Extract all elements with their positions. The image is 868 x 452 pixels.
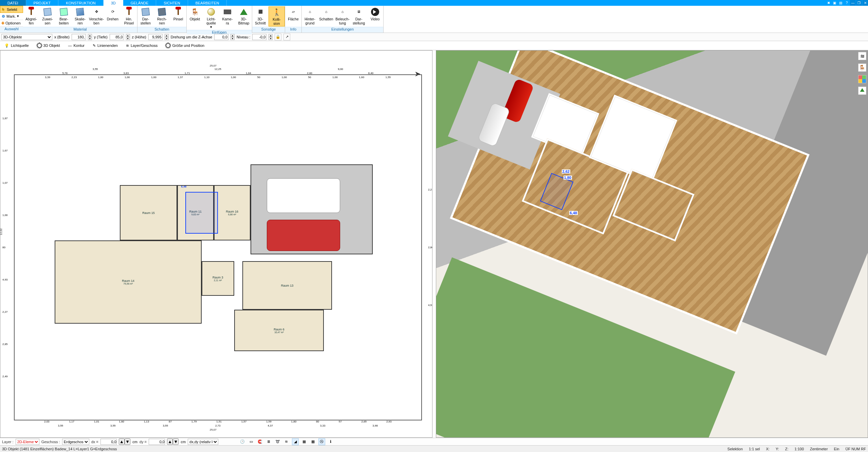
zuweisen-button[interactable]: Zuwei-sen (39, 6, 56, 26)
lichtquelle-tool[interactable]: 💡Lichtquelle (2, 42, 31, 49)
menu-tab-gelaende[interactable]: GELÄNDE (123, 0, 156, 6)
darstellen-button[interactable]: Dar-stellen (137, 6, 154, 26)
bearbeiten-button[interactable]: Bear-beiten (56, 6, 72, 26)
lichtquelle-button[interactable]: Licht-quelle▾ (203, 6, 219, 30)
rot-input[interactable] (214, 34, 228, 40)
chair-side-icon[interactable]: 🪑 (858, 64, 866, 72)
schatten-button[interactable]: ⌂Schatten (318, 6, 334, 22)
history-icon[interactable]: 🕒 (239, 438, 246, 445)
trowel-icon[interactable]: ◢ (292, 438, 299, 445)
tree-side-icon[interactable] (858, 87, 866, 95)
drehen-button[interactable]: ⟳Drehen (105, 6, 121, 22)
hatch-icon[interactable]: ▦ (301, 438, 308, 445)
select-button[interactable]: Selekt (0, 6, 23, 13)
3dbitmap-button[interactable]: 3D-Bitmap (236, 6, 252, 26)
niv-input[interactable] (252, 34, 266, 40)
verschieben-button[interactable]: ✥Verschie-ben (88, 6, 105, 26)
3dobjekt-tool[interactable]: 3D Objekt (35, 42, 62, 49)
dx-label: dx = (91, 440, 98, 444)
kamera-button[interactable]: Kame-ra (219, 6, 236, 26)
options-button[interactable]: ✚ Optionen (0, 20, 23, 27)
help-icon[interactable]: ? (844, 0, 850, 6)
object-type-select[interactable]: 3D-Objekte (1, 34, 52, 40)
rechnen-button[interactable]: Rech-nen (154, 6, 170, 26)
niv-spin[interactable]: ▲▼ (269, 34, 273, 40)
video-button[interactable]: Video (367, 6, 383, 22)
mark-button[interactable]: Mark.▾ (0, 13, 23, 20)
x-spin[interactable]: ▲▼ (88, 34, 92, 40)
info-icon[interactable]: ℹ (327, 438, 334, 445)
y-input[interactable] (110, 34, 124, 40)
z-input[interactable] (148, 34, 163, 40)
kollision-button[interactable]: 🚶Kolli-sion (269, 6, 285, 26)
dim-total-bot: 25,07 (210, 428, 217, 431)
room-raum-6: Raum 610,47 m² (234, 310, 324, 351)
dim: 3,98 (372, 424, 378, 427)
3d-view[interactable]: 2,62 1,80 6,48 ≋ 🪑 (436, 50, 868, 438)
dx-spin[interactable]: ▲▼ (119, 438, 130, 445)
group-title-material: Material (23, 27, 137, 33)
z-spin[interactable]: ▲▼ (165, 34, 169, 40)
linienenden-tool[interactable]: ✎Linienenden (90, 42, 120, 49)
menu-tab-projekt[interactable]: PROJEKT (26, 0, 59, 6)
menu-tab-datei[interactable]: DATEI (0, 0, 26, 6)
stack-icon[interactable]: ≣ (265, 438, 272, 445)
lasso-icon[interactable]: ➰ (274, 438, 281, 445)
compute-icon (158, 8, 166, 16)
menu-tab-bearbeiten[interactable]: BEARBEITEN (188, 0, 227, 6)
grid-icon[interactable]: ▩ (310, 438, 316, 445)
tool-row: 💡Lichtquelle 3D Objekt —Kontur ✎Linienen… (0, 41, 868, 50)
objekt-button[interactable]: 🪑Objekt (187, 6, 203, 22)
lock-icon[interactable]: 🔒 (275, 34, 281, 40)
toolbar-icon-1[interactable]: ✖ (826, 0, 831, 6)
layers-side-icon[interactable]: ≋ (858, 52, 866, 60)
layers-icon-b[interactable]: ≋ (283, 438, 290, 445)
darstellung-button[interactable]: 🖥Dar-stellung (351, 6, 367, 26)
sizepos-tool[interactable]: Größe und Position (163, 42, 207, 49)
pinsel-button[interactable]: Pinsel (170, 6, 186, 22)
rot-spin[interactable]: ▲▼ (230, 34, 235, 40)
select-rect-icon[interactable]: ▭ (248, 438, 255, 445)
popout-icon[interactable]: ↗ (283, 34, 290, 40)
beleuchtung-button[interactable]: ⌂Beleuch-tung (334, 6, 351, 26)
palette-side-icon[interactable] (858, 75, 866, 83)
3dschnitt-button[interactable]: ⬛3D-Schnitt (252, 6, 269, 26)
window-restore[interactable]: ❐ (856, 0, 862, 6)
group-title-sonstige: Sonstige (252, 27, 285, 33)
menu-tab-konstruktion[interactable]: KONSTRUKTION (58, 0, 103, 6)
flaeche-button[interactable]: ▱Fläche (285, 6, 301, 22)
bulb2-icon: 💡 (4, 43, 9, 48)
status-x: X: (766, 447, 770, 451)
north-icon[interactable]: Ⓝ (318, 438, 325, 445)
window-minimize[interactable]: — (850, 0, 856, 6)
window-close[interactable]: ✕ (862, 0, 868, 6)
splitter[interactable] (432, 50, 435, 438)
selection-2d[interactable] (185, 192, 218, 233)
hintergrund-button[interactable]: ⌂Hinter-grund (302, 6, 318, 26)
dim: 3,55 (163, 424, 168, 427)
layer-select[interactable]: 2D-Elemen (16, 439, 39, 445)
mode-select[interactable]: dx,dy (relativ ka (188, 439, 218, 445)
kontur-tool[interactable]: —Kontur (66, 42, 87, 49)
magnet-icon[interactable]: 🧲 (257, 438, 263, 445)
menu-tab-3d[interactable]: 3D (104, 0, 123, 6)
dy-spin[interactable]: ▲▼ (167, 438, 179, 445)
y-spin[interactable]: ▲▼ (126, 34, 130, 40)
hinpinsel-button[interactable]: Hin.Pinsel (121, 6, 137, 26)
toolbar-icon-3[interactable]: ▤ (838, 0, 844, 6)
dim: 3,33 (320, 424, 326, 427)
dim: 2,27 (2, 310, 8, 313)
menu-bar: DATEI PROJEKT KONSTRUKTION 3D GELÄNDE SI… (0, 0, 868, 6)
x-input[interactable] (72, 34, 86, 40)
menu-tab-sichten[interactable]: SICHTEN (156, 0, 188, 6)
dim: 12,25 (215, 68, 221, 71)
abgreifen-button[interactable]: Abgrei-fen (23, 6, 39, 26)
area-icon: ▱ (289, 7, 298, 17)
layergeschoss-tool[interactable]: ≋Layer/Geschoss (124, 42, 160, 49)
dy-input[interactable] (149, 439, 165, 445)
floor-select[interactable]: Erdgeschos (62, 439, 89, 445)
dx-input[interactable] (100, 439, 117, 445)
2d-view[interactable]: ➤ 25,07 3,5512,259,00 5,783,831,711,842,… (0, 50, 432, 438)
skalieren-button[interactable]: Skalie-ren (72, 6, 88, 26)
toolbar-icon-2[interactable]: ▣ (832, 0, 837, 6)
